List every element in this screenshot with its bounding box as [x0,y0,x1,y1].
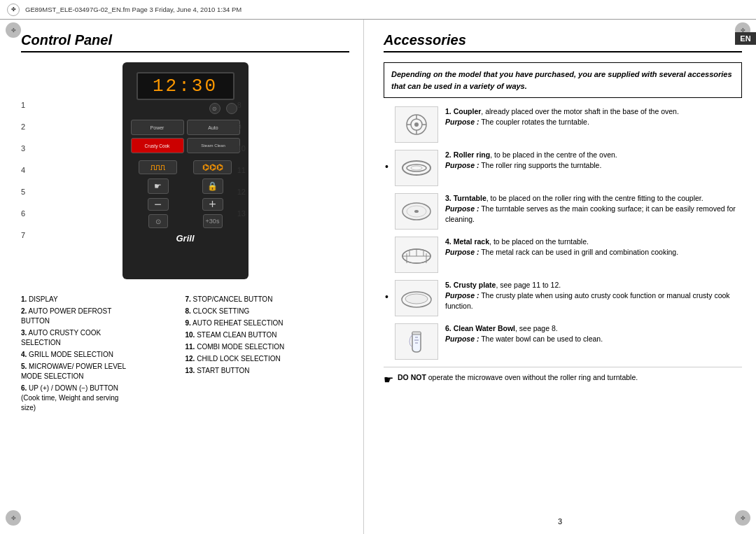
panel-buttons: Power Auto Crusty Cook Steam Clean [122,114,248,159]
coupler-icon [400,111,433,139]
metal-rack-text: 4. Metal rack, to be placed on the turnt… [445,237,742,258]
left-column: Control Panel 1 2 3 4 5 6 7 12:30 ⊙ [0,20,364,534]
accessory-item-metal-rack: 4. Metal rack, to be placed on the turnt… [395,237,742,273]
list-item-5: 5. MICROWAVE/ POWER LEVELMODE SELECTION [21,362,180,381]
panel-area: 1 2 3 4 5 6 7 12:30 ⊙ Power [21,62,349,288]
list-item-11: 11. COMBI MODE SELECTION [186,342,344,352]
turntable-icon [400,197,433,225]
right-numbers: 8 9 10 11 12 13 [237,101,246,218]
list-item-10: 10. STEAM CLEAN BUTTON [186,330,344,340]
note-icon: ☛ [384,373,393,386]
control-panel-title: Control Panel [21,32,349,52]
crusty-plate-image [395,280,438,316]
btn-auto: Auto [187,120,240,135]
coupler-text: 1. Coupler, already placed over the moto… [445,106,742,127]
note-text: DO NOT operate the microwave oven withou… [398,373,638,381]
crusty-plate-icon [400,284,433,312]
svg-point-2 [414,122,419,127]
list-item-6: 6. UP (+) / DOWN (−) BUTTON(Cook time, W… [21,384,180,413]
left-num-6: 6 [21,209,25,218]
btn-lock: 🔒 [202,178,223,194]
page-number: 3 [558,517,562,526]
accessory-item-turntable: 3. Turntable, to be placed on the roller… [395,193,742,230]
right-num-9: 9 [237,122,246,131]
microwave-panel-illustration: 12:30 ⊙ Power Auto Crusty Cook Steam Cle… [122,62,248,279]
left-num-7: 7 [21,231,25,239]
left-num-4: 4 [21,166,25,174]
en-badge: EN [735,32,756,45]
list-item-8: 8. CLOCK SETTING [186,307,344,316]
btn-steam: Steam Clean [187,138,240,153]
right-num-10: 10 [237,144,246,153]
list-item-9: 9. AUTO REHEAT SELECTION [186,318,344,328]
roller-text: 2. Roller ring, to be placed in the cent… [445,150,742,171]
header-circle: ✤ [7,3,20,16]
accessories-intro: Depending on the model that you have pur… [384,62,742,98]
water-bowl-text: 6. Clean Water Bowl, see page 8. Purpose… [445,323,742,344]
bullet-crusty: • [385,291,388,302]
svg-point-9 [411,166,422,170]
right-num-13: 13 [237,209,246,218]
water-bowl-image [395,323,438,360]
list-item-4: 4. GRILL MODE SELECTION [21,350,180,360]
bullet-roller: • [385,161,388,172]
left-numbers: 1 2 3 4 5 6 7 [21,101,25,239]
right-num-8: 8 [237,101,246,109]
btn-hand: ☛ [148,178,169,194]
crusty-plate-text: 5. Crusty plate, see page 11 to 12. Purp… [445,280,742,312]
list-item-3: 3. AUTO CRUSTY COOKSELECTION [21,328,180,348]
left-num-1: 1 [21,101,25,109]
note-area: ☛ DO NOT operate the microwave oven with… [384,367,742,386]
main-content: Control Panel 1 2 3 4 5 6 7 12:30 ⊙ [0,20,756,534]
header-text: GE89MST_ELE-03497G-02_EN.fm Page 3 Frida… [25,6,241,13]
right-column: EN Accessories Depending on the model th… [364,20,756,534]
bottom-list: 1. DISPLAY 2. AUTO POWER DEFROSTBUTTON 3… [21,295,349,415]
coupler-image [395,106,438,143]
bottom-list-col-1: 1. DISPLAY 2. AUTO POWER DEFROSTBUTTON 3… [21,295,186,415]
turntable-text: 3. Turntable, to be placed on the roller… [445,193,742,225]
right-num-12: 12 [237,188,246,196]
microwave-display: 12:30 [136,72,234,100]
svg-point-12 [414,210,419,213]
list-item-12: 12. CHILD LOCK SELECTION [186,354,344,364]
left-num-3: 3 [21,144,25,153]
accessory-item-water-bowl: 6. Clean Water Bowl, see page 8. Purpose… [395,323,742,360]
bottom-list-col-2: 7. STOP/CANCEL BUTTON 8. CLOCK SETTING 9… [186,295,350,415]
left-num-5: 5 [21,188,25,196]
accessory-item-roller: • 2. Roller ring, to be placed in the ce… [395,150,742,186]
metal-rack-image [395,237,438,273]
right-num-11: 11 [237,166,246,174]
knob-row: ☛ 🔒 [122,176,248,197]
water-bowl-icon [400,328,433,356]
roller-ring-icon [400,154,433,182]
accessories-title: Accessories [384,32,742,52]
svg-rect-23 [412,332,421,335]
btn-power: Power [131,120,184,135]
list-item-1: 1. DISPLAY [21,295,180,304]
turntable-image [395,193,438,230]
svg-point-22 [405,294,428,304]
metal-rack-icon [400,241,433,269]
list-item-13: 13. START BUTTON [186,366,344,376]
roller-ring-image [395,150,438,186]
header-bar: ✤ GE89MST_ELE-03497G-02_EN.fm Page 3 Fri… [0,0,756,20]
list-item-2: 2. AUTO POWER DEFROSTBUTTON [21,307,180,326]
left-num-2: 2 [21,122,25,131]
accessory-item-crusty-plate: • 5. Crusty plate, see page 11 to 12. Pu… [395,280,742,316]
btn-crusty: Crusty Cook [131,138,184,153]
list-item-7: 7. STOP/CANCEL BUTTON [186,295,344,304]
grill-label: Grill [122,230,248,246]
accessory-item-coupler: 1. Coupler, already placed over the moto… [395,106,742,143]
